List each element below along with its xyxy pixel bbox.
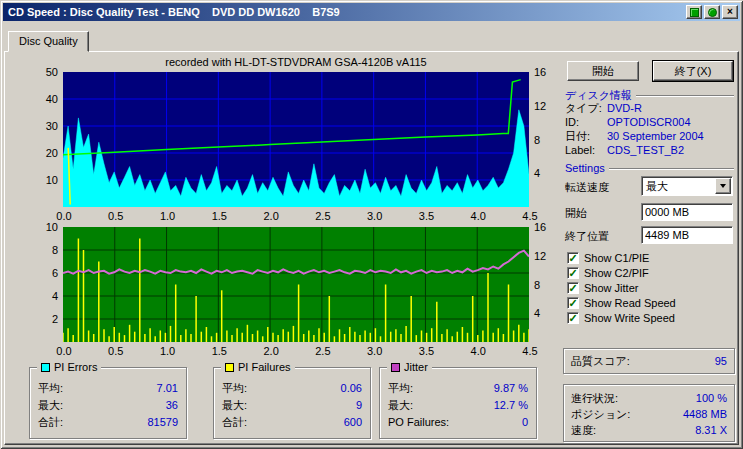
axis-tick-label: 1.5	[209, 345, 229, 357]
axis-tick-label: 1.0	[158, 345, 178, 357]
checkbox-show-read-speed[interactable]: ✓Show Read Speed	[567, 296, 676, 309]
axis-tick-label: 50	[36, 66, 58, 78]
combo-dropdown-button[interactable]	[715, 178, 731, 194]
axis-tick-label: 4.5	[520, 345, 540, 357]
disc-id-row: ID:OPTODISCR004	[565, 116, 734, 129]
pi-errors-title: PI Errors	[54, 361, 97, 373]
disc-id-value: OPTODISCR004	[607, 116, 691, 129]
disc-info-header: ディスク情報	[565, 88, 734, 103]
disc-type-label: タイプ:	[565, 102, 607, 115]
axis-tick-label: 3.0	[365, 345, 385, 357]
start-position-input[interactable]	[641, 203, 733, 221]
disc-date-value: 30 September 2004	[607, 130, 704, 143]
start-position-label: 開始	[565, 206, 587, 220]
avg-label: 平均:	[38, 380, 63, 397]
axis-tick-label: 1.5	[209, 210, 229, 222]
avg-label: 平均:	[222, 380, 247, 397]
po-failures-label: PO Failures:	[388, 414, 449, 431]
axis-tick-label: 40	[36, 93, 58, 105]
axis-tick-label: 12	[534, 100, 554, 112]
axis-tick-label: 16	[534, 221, 554, 233]
pi-errors-panel: PI Errors 平均:7.01 最大:36 合計:81579	[29, 367, 187, 439]
close-icon: ×	[727, 7, 733, 17]
pi-failures-title: PI Failures	[238, 361, 291, 373]
checkbox-show-c2-pif[interactable]: ✓Show C2/PIF	[567, 266, 649, 279]
exit-button[interactable]: 終了(X)	[653, 61, 733, 81]
titlebar[interactable]: CD Speed : Disc Quality Test - BENQ DVD …	[3, 3, 740, 21]
close-button[interactable]: ×	[722, 5, 738, 19]
checkbox-label: Show Jitter	[584, 282, 638, 294]
quality-score-row: 品質スコア: 95	[564, 353, 734, 369]
quality-score-label: 品質スコア:	[571, 353, 630, 369]
pi-errors-max-value: 36	[166, 397, 178, 414]
axis-tick-label: 6	[36, 267, 58, 279]
checkbox-checked-icon: ✓	[567, 297, 579, 309]
disc-label-value: CDS_TEST_B2	[607, 144, 684, 157]
pi-failures-max-value: 9	[356, 397, 362, 414]
speed-label: 速度:	[571, 422, 596, 438]
pi-failures-avg-value: 0.06	[341, 380, 362, 397]
quality-score-panel: 品質スコア: 95	[563, 348, 735, 374]
pi-errors-panel-title: PI Errors	[37, 361, 101, 373]
chart-title: recorded with HL-DT-STDVDRAM GSA-4120B v…	[63, 56, 529, 68]
pi-failures-panel-title: PI Failures	[221, 361, 295, 373]
quality-score-value: 95	[715, 353, 727, 369]
axis-tick-label: 2.5	[313, 210, 333, 222]
checkbox-show-write-speed[interactable]: ✓Show Write Speed	[567, 311, 675, 324]
jitter-swatch-icon	[391, 363, 400, 372]
axis-tick-label: 10	[36, 174, 58, 186]
pi-errors-chart	[63, 72, 529, 207]
progress-value: 100 %	[696, 390, 727, 406]
titlebar-app-button-2[interactable]	[704, 5, 720, 19]
disc-label-label: Label:	[565, 144, 607, 157]
po-failures-value: 0	[522, 414, 528, 431]
axis-tick-label: 8	[36, 244, 58, 256]
avg-label: 平均:	[388, 380, 413, 397]
tab-disc-quality[interactable]: Disc Quality	[8, 31, 89, 52]
settings-header: Settings	[565, 162, 734, 174]
checkbox-show-jitter[interactable]: ✓Show Jitter	[567, 281, 638, 294]
checkbox-label: Show C2/PIF	[584, 267, 649, 279]
checkbox-checked-icon: ✓	[567, 312, 579, 324]
axis-tick-label: 1.0	[158, 210, 178, 222]
max-label: 最大:	[222, 397, 247, 414]
jitter-max-row: 最大:12.7 %	[380, 397, 536, 414]
pi-errors-total-value: 81579	[147, 414, 178, 431]
transfer-speed-combobox[interactable]: 最大	[641, 176, 733, 196]
axis-tick-label: 20	[36, 147, 58, 159]
po-failures-row: PO Failures:0	[380, 414, 536, 431]
axis-tick-label: 4	[534, 167, 554, 179]
axis-tick-label: 4.0	[468, 345, 488, 357]
disc-date-row: 日付:30 September 2004	[565, 130, 734, 143]
start-button[interactable]: 開始	[567, 61, 639, 81]
axis-tick-label: 10	[36, 221, 58, 233]
pi-failures-total-row: 合計:600	[214, 414, 370, 431]
pi-failures-jitter-chart	[63, 227, 529, 342]
axis-tick-label: 16	[534, 66, 554, 78]
axis-tick-label: 8	[534, 134, 554, 146]
green-app-icon	[690, 8, 699, 17]
disc-info-header-label: ディスク情報	[565, 88, 636, 103]
progress-label: 進行状況:	[571, 390, 618, 406]
jitter-panel-title: Jitter	[387, 361, 432, 373]
transfer-speed-value: 最大	[646, 179, 668, 194]
transfer-speed-label: 転送速度	[565, 180, 609, 194]
jitter-avg-row: 平均:9.87 %	[380, 380, 536, 397]
end-position-label: 終了位置	[565, 229, 609, 243]
axis-tick-label: 3.0	[365, 210, 385, 222]
axis-tick-label: 0.5	[106, 345, 126, 357]
total-label: 合計:	[222, 414, 247, 431]
pi-failures-avg-row: 平均:0.06	[214, 380, 370, 397]
end-position-input[interactable]	[641, 226, 733, 244]
pi-failures-total-value: 600	[344, 414, 362, 431]
titlebar-app-button-1[interactable]	[686, 5, 702, 19]
green-disc-icon	[708, 8, 717, 17]
pi-errors-swatch-icon	[41, 363, 50, 372]
jitter-title: Jitter	[404, 361, 428, 373]
app-window: CD Speed : Disc Quality Test - BENQ DVD …	[0, 0, 743, 449]
position-label: ポジション:	[571, 406, 630, 422]
checkbox-show-c1-pie[interactable]: ✓Show C1/PIE	[567, 251, 649, 264]
axis-tick-label: 4	[534, 307, 554, 319]
pi-errors-avg-value: 7.01	[157, 380, 178, 397]
window-title: CD Speed : Disc Quality Test - BENQ DVD …	[3, 6, 340, 18]
